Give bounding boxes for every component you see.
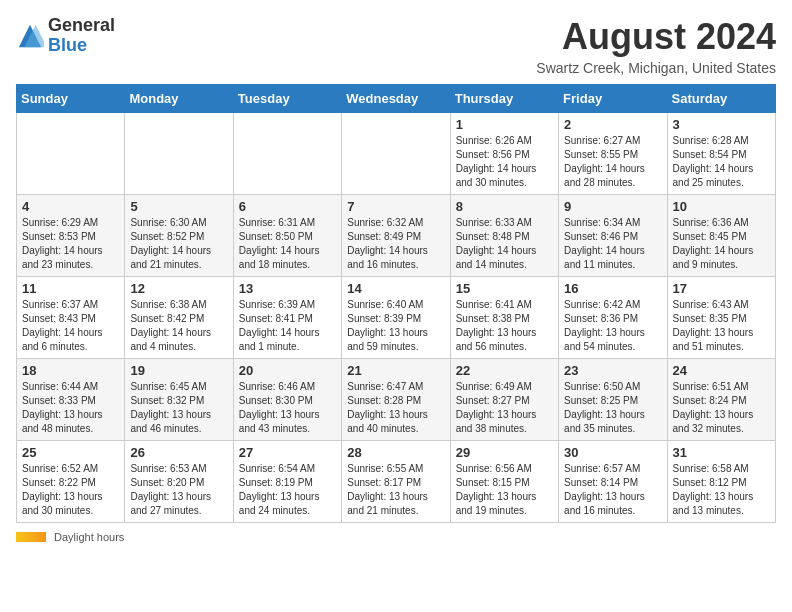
day-number: 26 [130, 445, 227, 460]
calendar-cell: 28Sunrise: 6:55 AM Sunset: 8:17 PM Dayli… [342, 441, 450, 523]
calendar-cell: 7Sunrise: 6:32 AM Sunset: 8:49 PM Daylig… [342, 195, 450, 277]
footer: Daylight hours [16, 531, 776, 543]
day-number: 7 [347, 199, 444, 214]
day-info: Sunrise: 6:47 AM Sunset: 8:28 PM Dayligh… [347, 380, 444, 436]
day-number: 21 [347, 363, 444, 378]
day-number: 6 [239, 199, 336, 214]
logo-icon [16, 22, 44, 50]
calendar-cell: 30Sunrise: 6:57 AM Sunset: 8:14 PM Dayli… [559, 441, 667, 523]
calendar-week-row: 1Sunrise: 6:26 AM Sunset: 8:56 PM Daylig… [17, 113, 776, 195]
calendar-cell: 26Sunrise: 6:53 AM Sunset: 8:20 PM Dayli… [125, 441, 233, 523]
day-info: Sunrise: 6:43 AM Sunset: 8:35 PM Dayligh… [673, 298, 770, 354]
day-info: Sunrise: 6:44 AM Sunset: 8:33 PM Dayligh… [22, 380, 119, 436]
calendar-day-header: Saturday [667, 85, 775, 113]
title-block: August 2024 Swartz Creek, Michigan, Unit… [536, 16, 776, 76]
logo-text: General Blue [48, 16, 115, 56]
day-number: 23 [564, 363, 661, 378]
day-number: 28 [347, 445, 444, 460]
day-info: Sunrise: 6:38 AM Sunset: 8:42 PM Dayligh… [130, 298, 227, 354]
day-info: Sunrise: 6:31 AM Sunset: 8:50 PM Dayligh… [239, 216, 336, 272]
day-info: Sunrise: 6:42 AM Sunset: 8:36 PM Dayligh… [564, 298, 661, 354]
calendar-cell: 17Sunrise: 6:43 AM Sunset: 8:35 PM Dayli… [667, 277, 775, 359]
day-info: Sunrise: 6:45 AM Sunset: 8:32 PM Dayligh… [130, 380, 227, 436]
calendar-cell: 29Sunrise: 6:56 AM Sunset: 8:15 PM Dayli… [450, 441, 558, 523]
day-info: Sunrise: 6:49 AM Sunset: 8:27 PM Dayligh… [456, 380, 553, 436]
daylight-label: Daylight hours [54, 531, 124, 543]
calendar-cell: 24Sunrise: 6:51 AM Sunset: 8:24 PM Dayli… [667, 359, 775, 441]
calendar-cell: 31Sunrise: 6:58 AM Sunset: 8:12 PM Dayli… [667, 441, 775, 523]
day-number: 12 [130, 281, 227, 296]
calendar-week-row: 18Sunrise: 6:44 AM Sunset: 8:33 PM Dayli… [17, 359, 776, 441]
calendar-cell: 25Sunrise: 6:52 AM Sunset: 8:22 PM Dayli… [17, 441, 125, 523]
day-number: 9 [564, 199, 661, 214]
calendar-cell: 27Sunrise: 6:54 AM Sunset: 8:19 PM Dayli… [233, 441, 341, 523]
calendar-cell: 2Sunrise: 6:27 AM Sunset: 8:55 PM Daylig… [559, 113, 667, 195]
page-header: General Blue August 2024 Swartz Creek, M… [16, 16, 776, 76]
day-number: 3 [673, 117, 770, 132]
day-number: 29 [456, 445, 553, 460]
day-info: Sunrise: 6:33 AM Sunset: 8:48 PM Dayligh… [456, 216, 553, 272]
day-number: 31 [673, 445, 770, 460]
calendar-cell: 12Sunrise: 6:38 AM Sunset: 8:42 PM Dayli… [125, 277, 233, 359]
calendar-cell: 14Sunrise: 6:40 AM Sunset: 8:39 PM Dayli… [342, 277, 450, 359]
day-info: Sunrise: 6:51 AM Sunset: 8:24 PM Dayligh… [673, 380, 770, 436]
day-number: 2 [564, 117, 661, 132]
calendar-cell: 3Sunrise: 6:28 AM Sunset: 8:54 PM Daylig… [667, 113, 775, 195]
daylight-bar-icon [16, 532, 46, 542]
calendar-week-row: 4Sunrise: 6:29 AM Sunset: 8:53 PM Daylig… [17, 195, 776, 277]
logo: General Blue [16, 16, 115, 56]
day-number: 30 [564, 445, 661, 460]
day-info: Sunrise: 6:36 AM Sunset: 8:45 PM Dayligh… [673, 216, 770, 272]
day-number: 8 [456, 199, 553, 214]
calendar-day-header: Thursday [450, 85, 558, 113]
calendar-cell: 22Sunrise: 6:49 AM Sunset: 8:27 PM Dayli… [450, 359, 558, 441]
calendar-week-row: 11Sunrise: 6:37 AM Sunset: 8:43 PM Dayli… [17, 277, 776, 359]
day-number: 16 [564, 281, 661, 296]
day-number: 1 [456, 117, 553, 132]
day-number: 25 [22, 445, 119, 460]
day-info: Sunrise: 6:34 AM Sunset: 8:46 PM Dayligh… [564, 216, 661, 272]
day-info: Sunrise: 6:52 AM Sunset: 8:22 PM Dayligh… [22, 462, 119, 518]
day-number: 18 [22, 363, 119, 378]
day-number: 13 [239, 281, 336, 296]
calendar-header-row: SundayMondayTuesdayWednesdayThursdayFrid… [17, 85, 776, 113]
day-info: Sunrise: 6:40 AM Sunset: 8:39 PM Dayligh… [347, 298, 444, 354]
day-info: Sunrise: 6:55 AM Sunset: 8:17 PM Dayligh… [347, 462, 444, 518]
day-number: 22 [456, 363, 553, 378]
day-info: Sunrise: 6:46 AM Sunset: 8:30 PM Dayligh… [239, 380, 336, 436]
day-info: Sunrise: 6:27 AM Sunset: 8:55 PM Dayligh… [564, 134, 661, 190]
calendar-cell: 8Sunrise: 6:33 AM Sunset: 8:48 PM Daylig… [450, 195, 558, 277]
calendar-cell [342, 113, 450, 195]
day-info: Sunrise: 6:37 AM Sunset: 8:43 PM Dayligh… [22, 298, 119, 354]
logo-blue: Blue [48, 36, 115, 56]
calendar-table: SundayMondayTuesdayWednesdayThursdayFrid… [16, 84, 776, 523]
day-info: Sunrise: 6:30 AM Sunset: 8:52 PM Dayligh… [130, 216, 227, 272]
calendar-cell: 15Sunrise: 6:41 AM Sunset: 8:38 PM Dayli… [450, 277, 558, 359]
day-number: 17 [673, 281, 770, 296]
day-info: Sunrise: 6:26 AM Sunset: 8:56 PM Dayligh… [456, 134, 553, 190]
calendar-week-row: 25Sunrise: 6:52 AM Sunset: 8:22 PM Dayli… [17, 441, 776, 523]
day-number: 14 [347, 281, 444, 296]
calendar-cell: 4Sunrise: 6:29 AM Sunset: 8:53 PM Daylig… [17, 195, 125, 277]
calendar-cell [17, 113, 125, 195]
calendar-cell [233, 113, 341, 195]
logo-general: General [48, 16, 115, 36]
day-number: 10 [673, 199, 770, 214]
day-number: 19 [130, 363, 227, 378]
calendar-cell: 19Sunrise: 6:45 AM Sunset: 8:32 PM Dayli… [125, 359, 233, 441]
calendar-cell: 9Sunrise: 6:34 AM Sunset: 8:46 PM Daylig… [559, 195, 667, 277]
day-number: 5 [130, 199, 227, 214]
calendar-cell: 6Sunrise: 6:31 AM Sunset: 8:50 PM Daylig… [233, 195, 341, 277]
day-info: Sunrise: 6:39 AM Sunset: 8:41 PM Dayligh… [239, 298, 336, 354]
calendar-cell: 18Sunrise: 6:44 AM Sunset: 8:33 PM Dayli… [17, 359, 125, 441]
day-info: Sunrise: 6:29 AM Sunset: 8:53 PM Dayligh… [22, 216, 119, 272]
calendar-cell: 16Sunrise: 6:42 AM Sunset: 8:36 PM Dayli… [559, 277, 667, 359]
day-info: Sunrise: 6:54 AM Sunset: 8:19 PM Dayligh… [239, 462, 336, 518]
day-info: Sunrise: 6:32 AM Sunset: 8:49 PM Dayligh… [347, 216, 444, 272]
day-info: Sunrise: 6:41 AM Sunset: 8:38 PM Dayligh… [456, 298, 553, 354]
day-info: Sunrise: 6:50 AM Sunset: 8:25 PM Dayligh… [564, 380, 661, 436]
day-number: 24 [673, 363, 770, 378]
calendar-day-header: Friday [559, 85, 667, 113]
calendar-cell: 21Sunrise: 6:47 AM Sunset: 8:28 PM Dayli… [342, 359, 450, 441]
day-info: Sunrise: 6:56 AM Sunset: 8:15 PM Dayligh… [456, 462, 553, 518]
